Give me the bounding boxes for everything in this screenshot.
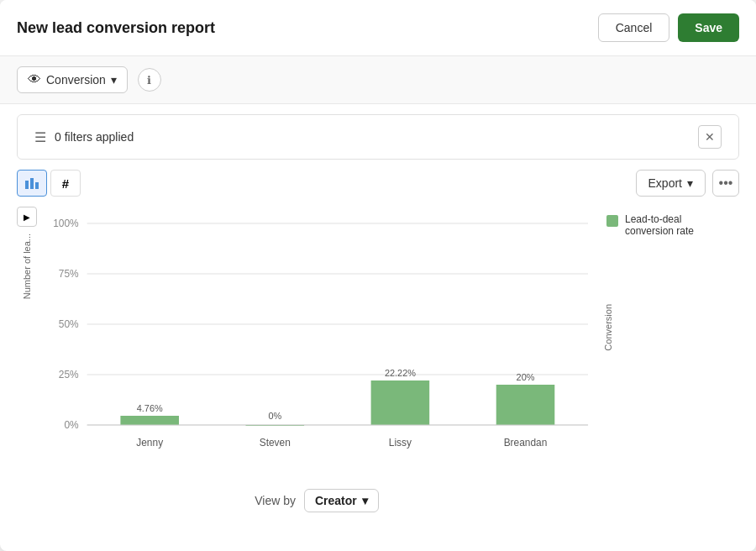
y-axis-left-container: ▶ Number of lea... — [17, 207, 37, 516]
y-axis-left-label: Number of lea... — [22, 234, 32, 299]
svg-text:22.22%: 22.22% — [385, 368, 416, 378]
view-by-arrow-icon: ▾ — [362, 494, 368, 507]
svg-rect-2 — [35, 182, 39, 189]
chart-legend: Lead-to-deal conversion rate — [596, 207, 722, 244]
more-icon: ••• — [719, 176, 733, 191]
export-button[interactable]: Export ▾ — [636, 170, 706, 197]
svg-text:Jenny: Jenny — [136, 437, 163, 449]
view-by-dropdown[interactable]: Creator ▾ — [304, 489, 379, 512]
y-axis-right-container: Conversion — [603, 244, 613, 412]
svg-text:75%: 75% — [59, 268, 79, 280]
save-button[interactable]: Save — [678, 13, 739, 42]
table-icon: # — [62, 176, 69, 191]
filter-text: 0 filters applied — [55, 130, 134, 144]
chart-area: ▶ Number of lea... 100% 75% 50% 25% — [17, 207, 739, 516]
svg-text:Steven: Steven — [260, 437, 291, 449]
svg-text:4.76%: 4.76% — [137, 403, 163, 413]
y-axis-expand-button[interactable]: ▶ — [17, 207, 37, 227]
info-icon: ℹ — [147, 74, 151, 87]
chart-svg: 100% 75% 50% 25% 0% 4.76% Jenny 0% Steve… — [37, 207, 596, 475]
svg-text:Lissy: Lissy — [389, 437, 412, 449]
view-by-value: Creator — [315, 494, 357, 507]
info-button[interactable]: ℹ — [138, 68, 161, 92]
modal-header: New lead conversion report Cancel Save — [0, 0, 756, 56]
chart-actions: Export ▾ ••• — [636, 170, 739, 197]
chart-view-buttons: # — [17, 170, 81, 197]
conversion-dropdown[interactable]: 👁 Conversion ▾ — [17, 66, 128, 93]
cancel-button[interactable]: Cancel — [598, 13, 670, 42]
bar-lissy — [371, 380, 430, 425]
svg-text:0%: 0% — [64, 419, 79, 431]
table-button[interactable]: # — [50, 170, 81, 197]
svg-text:100%: 100% — [53, 218, 79, 229]
toolbar: 👁 Conversion ▾ ℹ — [0, 56, 756, 104]
view-by-row: View by Creator ▾ — [37, 479, 596, 516]
filter-icon: ☰ — [34, 129, 46, 145]
legend-label: Lead-to-deal conversion rate — [625, 213, 712, 237]
svg-rect-1 — [30, 178, 34, 189]
modal-container: New lead conversion report Cancel Save 👁… — [0, 0, 756, 551]
filter-left: ☰ 0 filters applied — [34, 129, 134, 145]
filter-bar: ☰ 0 filters applied ✕ — [17, 114, 739, 160]
bar-jenny — [120, 416, 179, 425]
view-by-label: View by — [255, 494, 296, 507]
filter-close-button[interactable]: ✕ — [698, 125, 722, 149]
eye-icon: 👁 — [28, 72, 41, 87]
more-options-button[interactable]: ••• — [712, 170, 739, 197]
header-actions: Cancel Save — [598, 13, 739, 42]
right-panel: Lead-to-deal conversion rate Conversion — [596, 207, 739, 516]
svg-text:0%: 0% — [268, 411, 281, 421]
chart-main: 100% 75% 50% 25% 0% 4.76% Jenny 0% Steve… — [37, 207, 596, 516]
svg-text:50%: 50% — [59, 318, 79, 330]
conversion-label: Conversion — [46, 73, 106, 87]
bar-chart-button[interactable] — [17, 170, 47, 197]
chart-section: # Export ▾ ••• ▶ Number of lea... — [0, 170, 756, 533]
bar-chart-icon — [24, 176, 39, 191]
svg-text:25%: 25% — [59, 369, 79, 380]
bar-breandan — [496, 385, 555, 425]
legend-color-conversion — [606, 215, 618, 227]
chevron-down-icon: ▾ — [111, 73, 117, 87]
export-arrow-icon: ▾ — [687, 176, 693, 190]
svg-text:Breandan: Breandan — [504, 437, 548, 449]
legend-item-conversion: Lead-to-deal conversion rate — [606, 213, 712, 237]
svg-text:20%: 20% — [517, 372, 535, 382]
y-axis-right-label: Conversion — [603, 304, 613, 351]
close-icon: ✕ — [705, 130, 715, 144]
svg-rect-0 — [25, 181, 29, 189]
chart-toolbar: # Export ▾ ••• — [17, 170, 739, 197]
export-label: Export — [648, 176, 682, 190]
modal-title: New lead conversion report — [17, 19, 215, 37]
